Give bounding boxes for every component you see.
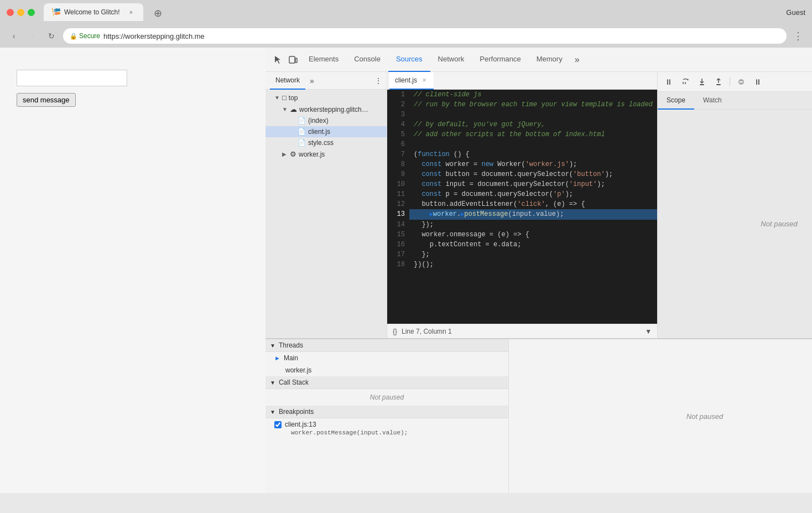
file-icon-index: 📄: [298, 117, 306, 125]
format-down-icon[interactable]: ▼: [645, 328, 652, 335]
breakpoint-checkbox[interactable]: [274, 421, 282, 428]
maximize-button[interactable]: [28, 9, 35, 16]
devtools-tabs: Elements Console Sources Network Perform…: [301, 48, 812, 72]
forward-button[interactable]: ›: [25, 29, 40, 43]
step-into-button[interactable]: [695, 75, 709, 89]
tab-performance[interactable]: Performance: [472, 48, 528, 72]
scope-tabs: Scope Watch: [658, 92, 812, 110]
threads-section-header[interactable]: ▼ Threads: [266, 339, 508, 352]
tab-elements[interactable]: Elements: [301, 48, 346, 72]
pause-on-exceptions-button[interactable]: ⏸: [751, 75, 764, 89]
svg-rect-2: [700, 84, 704, 85]
url-text: https://workerstepping.glitch.me: [103, 32, 205, 40]
breakpoint-label: client.js:13: [274, 421, 499, 428]
code-line-8: 8 const worker = new Worker('worker.js')…: [387, 159, 657, 169]
tree-arrow-top: ▼: [274, 95, 280, 101]
url-bar[interactable]: 🔒 Secure https://workerstepping.glitch.m…: [63, 28, 787, 44]
devtools-toolbar: Elements Console Sources Network Perform…: [266, 48, 812, 72]
back-button[interactable]: ‹: [7, 29, 21, 43]
tab-title: Welcome to Glitch!: [64, 8, 119, 16]
address-bar: ‹ › ↻ 🔒 Secure https://workerstepping.gl…: [0, 24, 812, 48]
secure-badge: 🔒 Secure: [70, 32, 100, 40]
file-tree: ▼ □ top ▼ ☁ workerstepping.glitch… 📄: [266, 90, 387, 338]
callstack-section-header[interactable]: ▼ Call Stack: [266, 376, 508, 389]
minimize-button[interactable]: [17, 9, 24, 16]
pause-button[interactable]: ⏸: [662, 75, 675, 89]
tree-item-worker-js[interactable]: ▶ ⚙ worker.js: [266, 148, 387, 160]
file-tab-menu-button[interactable]: ⋮: [374, 76, 382, 85]
code-line-3: 3: [387, 110, 657, 120]
thread-main[interactable]: ► Main: [266, 352, 508, 364]
tree-item-top[interactable]: ▼ □ top: [266, 92, 387, 103]
file-tab-more-button[interactable]: »: [310, 76, 314, 85]
more-tabs-button[interactable]: »: [570, 48, 584, 72]
code-footer-curly: {}: [393, 328, 397, 335]
thread-main-label: Main: [284, 354, 298, 362]
debugger-content: ▼ Threads ► Main worker.js ▼ Call Sta: [266, 339, 508, 493]
device-toolbar-button[interactable]: [285, 52, 301, 68]
tree-label-index: (index): [308, 117, 329, 125]
secure-text: Secure: [79, 32, 100, 40]
reload-button[interactable]: ↻: [44, 29, 59, 43]
tree-item-style-css[interactable]: 📄 style.css: [266, 137, 387, 148]
worker-icon: ⚙: [290, 150, 296, 158]
scope-tab-scope[interactable]: Scope: [658, 92, 694, 110]
svg-rect-1: [295, 58, 297, 63]
file-icon-style: 📄: [298, 139, 306, 147]
tree-label-worker-js: worker.js: [299, 151, 325, 158]
tab-network[interactable]: Network: [430, 48, 472, 72]
tree-label-origin: workerstepping.glitch…: [299, 106, 368, 113]
code-tabs: client.js ×: [387, 72, 657, 90]
file-panel: Network » ⋮ ▼ □ top ▼ ☁: [266, 72, 387, 338]
tree-item-index[interactable]: 📄 (index): [266, 115, 387, 126]
tab-sources[interactable]: Sources: [388, 48, 430, 72]
tab-console[interactable]: Console: [346, 48, 388, 72]
code-line-7: 7 (function () {: [387, 149, 657, 159]
breakpoints-section-header[interactable]: ▼ Breakpoints: [266, 406, 508, 418]
code-editor[interactable]: 1 // client-side js 2 // run by the brow…: [387, 90, 657, 324]
scope-content: Not paused: [658, 110, 812, 338]
code-line-11: 11 const p = document.querySelector('p')…: [387, 189, 657, 199]
tab-memory[interactable]: Memory: [529, 48, 570, 72]
deactivate-breakpoints-button[interactable]: [735, 75, 748, 89]
devtools-main: Network » ⋮ ▼ □ top ▼ ☁: [266, 72, 812, 338]
code-line-4: 4 // by default, you've got jQuery,: [387, 120, 657, 129]
code-line-16: 16 p.textContent = e.data;: [387, 240, 657, 250]
tree-item-client-js[interactable]: 📄 client.js: [266, 126, 387, 137]
browser-tab[interactable]: 🎏 Welcome to Glitch! ×: [44, 3, 143, 21]
tab-close-button[interactable]: ×: [127, 8, 136, 17]
svg-rect-3: [716, 84, 721, 85]
message-input[interactable]: [17, 70, 127, 86]
code-line-10: 10 const input = document.querySelector(…: [387, 179, 657, 189]
code-line-17: 17 };: [387, 250, 657, 260]
code-line-13: 13 ▶worker.▶postMessage(input.value);: [387, 209, 657, 220]
file-tab-network[interactable]: Network: [270, 72, 305, 90]
new-tab-button[interactable]: ⊕: [150, 6, 165, 21]
browser-menu-button[interactable]: ⋮: [791, 29, 805, 43]
tree-label-top: top: [289, 94, 298, 102]
close-button[interactable]: [7, 9, 14, 16]
code-line-5: 5 // add other scripts at the bottom of …: [387, 129, 657, 139]
code-line-18: 18 })();: [387, 260, 657, 270]
debugger-toolbar: ⏸ ⏸: [658, 72, 812, 92]
tree-label-client-js: client.js: [308, 128, 330, 136]
code-status-bar: {} Line 7, Column 1 ▼: [387, 324, 657, 338]
threads-label: Threads: [279, 341, 303, 349]
traffic-lights: [7, 9, 35, 16]
scope-bottom-not-paused: Not paused: [686, 412, 723, 421]
inspect-element-button[interactable]: [270, 52, 285, 68]
send-message-button[interactable]: send message: [17, 93, 76, 107]
step-over-button[interactable]: [679, 75, 692, 89]
threads-arrow: ▼: [270, 343, 275, 349]
code-tab-client-js[interactable]: client.js ×: [389, 72, 434, 90]
tree-item-origin[interactable]: ▼ ☁ workerstepping.glitch…: [266, 103, 387, 115]
tree-arrow-worker: ▶: [282, 151, 288, 157]
thread-worker[interactable]: worker.js: [266, 364, 508, 376]
code-tab-close-button[interactable]: ×: [420, 76, 428, 84]
callstack-label: Call Stack: [279, 379, 309, 386]
debugger-bottom: ▼ Threads ► Main worker.js ▼ Call Sta: [266, 338, 812, 493]
step-out-button[interactable]: [712, 75, 725, 89]
thread-worker-label: worker.js: [285, 366, 311, 374]
scope-not-paused: Not paused: [761, 220, 798, 228]
scope-tab-watch[interactable]: Watch: [694, 92, 731, 110]
